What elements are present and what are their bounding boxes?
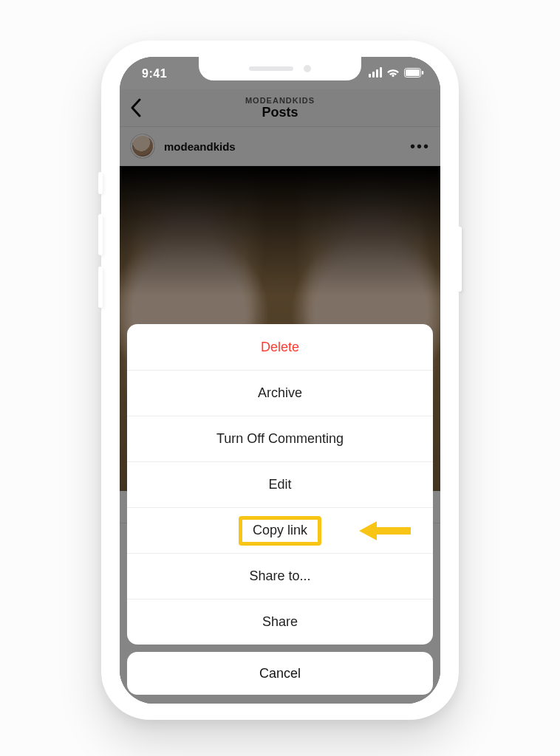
sheet-item-label: Edit	[268, 477, 291, 492]
arrow-left-icon	[359, 521, 411, 540]
app-content: 9:41 MODEANDKIDS Posts mo	[120, 57, 440, 704]
side-button	[457, 227, 462, 292]
phone-frame: 9:41 MODEANDKIDS Posts mo	[101, 41, 459, 720]
action-sheet: Delete Archive Turn Off Commenting Edit	[127, 324, 433, 695]
sheet-item-edit[interactable]: Edit	[127, 461, 433, 507]
battery-icon	[404, 68, 424, 78]
cellular-icon	[369, 67, 382, 78]
sheet-item-archive[interactable]: Archive	[127, 370, 433, 416]
wifi-icon	[386, 68, 400, 78]
clock: 9:41	[142, 67, 167, 80]
front-camera	[304, 65, 311, 72]
notch	[199, 57, 361, 80]
svg-rect-2	[422, 71, 423, 75]
sheet-item-label: Copy link	[253, 523, 307, 538]
action-sheet-options: Delete Archive Turn Off Commenting Edit	[127, 324, 433, 645]
sheet-item-share[interactable]: Share	[127, 599, 433, 645]
sheet-item-label: Share to...	[249, 568, 310, 584]
sheet-item-copy-link[interactable]: Copy link	[127, 507, 433, 553]
svg-rect-1	[406, 69, 420, 76]
sheet-item-turn-off-commenting[interactable]: Turn Off Commenting	[127, 416, 433, 461]
sheet-item-share-to[interactable]: Share to...	[127, 553, 433, 599]
cancel-label: Cancel	[259, 666, 301, 681]
cancel-button[interactable]: Cancel	[127, 652, 433, 695]
sheet-item-label: Share	[262, 614, 298, 630]
speaker-grille	[249, 66, 293, 71]
sheet-item-delete[interactable]: Delete	[127, 324, 433, 370]
sheet-item-label: Turn Off Commenting	[216, 431, 344, 447]
side-button	[98, 172, 103, 194]
sheet-item-label: Delete	[261, 340, 299, 355]
sheet-item-label: Archive	[258, 385, 302, 401]
side-button	[98, 214, 103, 255]
screen: 9:41 MODEANDKIDS Posts mo	[120, 57, 440, 704]
side-button	[98, 267, 103, 308]
